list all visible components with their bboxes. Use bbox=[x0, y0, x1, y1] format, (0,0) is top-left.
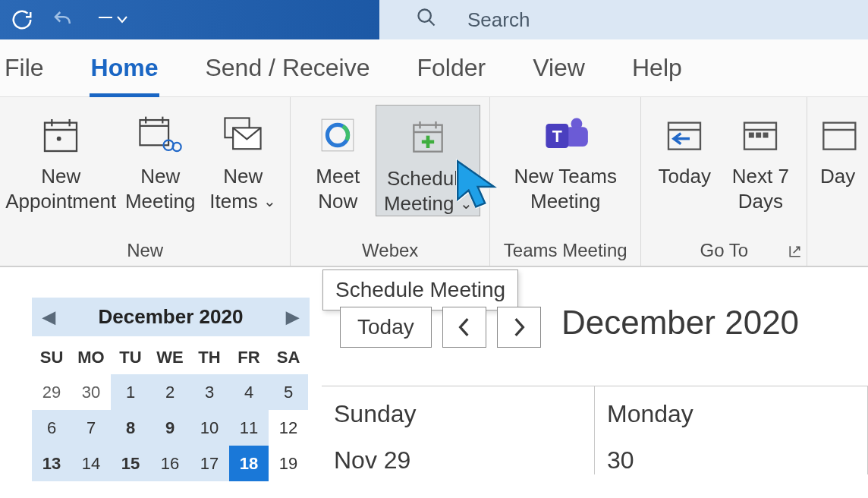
calendar-back-icon bbox=[663, 109, 706, 161]
tab-view[interactable]: View bbox=[531, 54, 587, 82]
day-view-button[interactable]: Day bbox=[813, 105, 862, 189]
day-columns: Sunday Nov 29 Monday 30 bbox=[322, 386, 868, 474]
tab-send-receive[interactable]: Send / Receive bbox=[203, 54, 371, 82]
day-column-sunday[interactable]: Sunday Nov 29 bbox=[322, 386, 595, 474]
calendar-day[interactable]: 10 bbox=[190, 410, 229, 446]
svg-rect-35 bbox=[757, 134, 761, 137]
calendar-day[interactable]: 15 bbox=[111, 446, 150, 481]
day-column-monday[interactable]: Monday 30 bbox=[595, 386, 868, 474]
calendar-day[interactable]: 8 bbox=[111, 410, 150, 446]
svg-rect-26 bbox=[565, 127, 588, 147]
button-label: New Appointment bbox=[5, 164, 116, 213]
next-period-button[interactable] bbox=[497, 307, 541, 348]
group-label: Go To bbox=[700, 238, 749, 266]
next-month-button[interactable]: ▶ bbox=[286, 307, 299, 327]
calendar-plus-icon bbox=[407, 112, 449, 163]
meet-now-button[interactable]: Meet Now bbox=[300, 105, 376, 213]
day-date: Nov 29 bbox=[334, 446, 594, 474]
undo-icon[interactable] bbox=[50, 8, 76, 31]
calendar-day[interactable]: 30 bbox=[71, 374, 111, 410]
group-label: New bbox=[127, 238, 163, 266]
tab-home[interactable]: Home bbox=[90, 54, 160, 82]
search-placeholder: Search bbox=[467, 8, 530, 32]
calendar-day[interactable]: 3 bbox=[190, 374, 229, 410]
svg-text:T: T bbox=[552, 128, 562, 146]
group-teams: T New Teams Meeting Teams Meeting bbox=[490, 97, 641, 266]
new-meeting-button[interactable]: New Meeting bbox=[118, 105, 203, 213]
svg-rect-36 bbox=[764, 134, 768, 137]
calendar-day[interactable]: 14 bbox=[71, 446, 111, 481]
button-label: Day bbox=[820, 164, 855, 189]
tab-folder[interactable]: Folder bbox=[415, 54, 487, 82]
calendar-day[interactable]: 12 bbox=[269, 410, 308, 446]
weekday-header: SU bbox=[32, 341, 71, 374]
button-label: Meet Now bbox=[316, 164, 360, 213]
tab-file[interactable]: File bbox=[3, 54, 46, 82]
calendar-day[interactable]: 19 bbox=[269, 446, 308, 481]
sync-icon[interactable] bbox=[11, 8, 33, 31]
today-button[interactable]: Today bbox=[648, 105, 721, 189]
svg-line-2 bbox=[429, 20, 435, 25]
search-box[interactable]: Search bbox=[379, 0, 868, 39]
svg-rect-3 bbox=[45, 123, 77, 151]
weekday-header: SA bbox=[269, 341, 308, 374]
calendar-day[interactable]: 17 bbox=[190, 446, 229, 481]
calendar-day[interactable]: 4 bbox=[229, 374, 269, 410]
mini-calendar-title: December 2020 bbox=[99, 305, 244, 329]
weekday-header: WE bbox=[150, 341, 190, 374]
ribbon-tabs: File Home Send / Receive Folder View Hel… bbox=[0, 39, 868, 97]
calendar-day[interactable]: 13 bbox=[32, 446, 71, 481]
tooltip: Schedule Meeting bbox=[322, 269, 518, 310]
today-nav-button[interactable]: Today bbox=[340, 307, 432, 348]
titlebar: Search bbox=[0, 0, 868, 39]
new-items-button[interactable]: New Items ⌄ bbox=[203, 105, 283, 213]
calendar-day[interactable]: 16 bbox=[150, 446, 190, 481]
group-arrange-partial: Day bbox=[807, 97, 868, 266]
svg-point-7 bbox=[58, 137, 61, 140]
group-webex: Meet Now Schedule Meeting ⌄ Webex bbox=[291, 97, 490, 266]
calendar-day[interactable]: 6 bbox=[32, 410, 71, 446]
chevron-down-icon: ⌄ bbox=[460, 194, 473, 213]
qat-customize[interactable] bbox=[93, 13, 134, 27]
calendar-heading: December 2020 bbox=[561, 304, 799, 342]
svg-point-1 bbox=[419, 9, 431, 21]
calendar-day[interactable]: 29 bbox=[32, 374, 71, 410]
button-label-l2: Meeting ⌄ bbox=[384, 191, 473, 216]
tab-help[interactable]: Help bbox=[631, 54, 684, 82]
calendar-icon bbox=[39, 109, 82, 161]
items-icon bbox=[220, 109, 266, 161]
new-teams-meeting-button[interactable]: T New Teams Meeting bbox=[501, 105, 630, 213]
prev-period-button[interactable] bbox=[442, 307, 486, 348]
webex-circle-icon bbox=[319, 109, 357, 161]
button-label-l1: Schedule bbox=[387, 166, 469, 191]
day-name: Sunday bbox=[334, 400, 594, 428]
new-appointment-button[interactable]: New Appointment bbox=[4, 105, 118, 213]
calendar-day[interactable]: 2 bbox=[150, 374, 190, 410]
day-date: 30 bbox=[607, 446, 867, 474]
svg-rect-29 bbox=[668, 123, 700, 150]
group-new: New Appointment New Meeting bbox=[0, 97, 291, 266]
teams-icon: T bbox=[541, 109, 590, 161]
calendar-day[interactable]: 5 bbox=[269, 374, 308, 410]
calendar-day[interactable]: 1 bbox=[111, 374, 150, 410]
weekday-header: TH bbox=[190, 341, 229, 374]
group-label: Webex bbox=[362, 238, 418, 266]
weekday-header: FR bbox=[229, 341, 269, 374]
calendar-day[interactable]: 18 bbox=[229, 446, 269, 481]
svg-rect-38 bbox=[824, 123, 856, 150]
button-label: New Teams Meeting bbox=[514, 164, 617, 213]
date-nav-row: Today bbox=[340, 307, 541, 348]
dialog-launcher-icon[interactable] bbox=[788, 244, 802, 261]
mini-calendar-grid: SUMOTUWETHFRSA 2930123456789101112131415… bbox=[32, 341, 308, 481]
schedule-meeting-button[interactable]: Schedule Meeting ⌄ bbox=[376, 105, 480, 216]
mini-calendar: ◀ December 2020 ▶ SUMOTUWETHFRSA 2930123… bbox=[0, 267, 319, 498]
weekday-header: TU bbox=[111, 341, 150, 374]
quick-access bbox=[0, 8, 134, 31]
calendar-day[interactable]: 7 bbox=[71, 410, 111, 446]
calendar-day[interactable]: 11 bbox=[229, 410, 269, 446]
content-area: ◀ December 2020 ▶ SUMOTUWETHFRSA 2930123… bbox=[0, 267, 868, 498]
calendar-day[interactable]: 9 bbox=[150, 410, 190, 446]
prev-month-button[interactable]: ◀ bbox=[42, 307, 55, 327]
next-7-days-button[interactable]: Next 7 Days bbox=[721, 105, 800, 213]
day-name: Monday bbox=[607, 400, 867, 428]
